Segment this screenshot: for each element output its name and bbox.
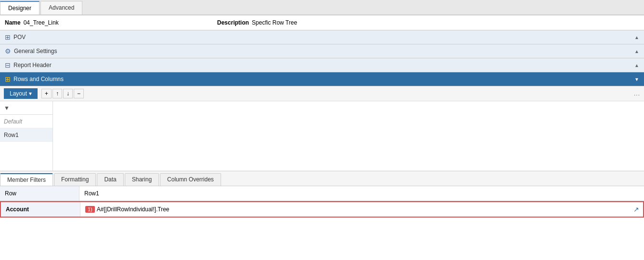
report-header-title: Report Header — [13, 62, 634, 68]
rows-columns-icon: ⊞ — [5, 75, 11, 83]
rows-columns-arrow: ▼ — [634, 77, 639, 82]
name-description-row: Name 04_Tree_Link Description Specfic Ro… — [0, 15, 644, 30]
grid-default-row: Default — [0, 115, 53, 128]
row-filter-label: Row — [0, 186, 79, 201]
rows-columns-section-header[interactable]: ⊞ Rows and Columns ▼ — [0, 72, 644, 86]
account-filter-expression: A#[|DrillRowIndividual!].Tree — [97, 206, 170, 213]
tab-formatting[interactable]: Formatting — [54, 173, 96, 186]
row-filter-value: Row1 — [79, 187, 644, 200]
bottom-tab-bar: Member Filters Formatting Data Sharing C… — [0, 171, 644, 186]
tab-designer[interactable]: Designer — [0, 1, 39, 14]
tab-sharing[interactable]: Sharing — [125, 173, 159, 186]
name-value: 04_Tree_Link — [24, 19, 217, 26]
report-header-icon: ⊟ — [5, 61, 11, 69]
pov-arrow: ▲ — [634, 35, 639, 40]
general-settings-arrow: ▲ — [634, 49, 639, 54]
description-value: Specfic Row Tree — [252, 19, 639, 26]
layout-dropdown-button[interactable]: Layout ▾ — [4, 88, 38, 99]
rows-columns-content: Layout ▾ + ↑ ↓ − ... ▼ Default Row1 — [0, 86, 644, 171]
tab-member-filters[interactable]: Member Filters — [0, 173, 53, 186]
remove-button[interactable]: − — [74, 89, 84, 98]
toolbar-more-options[interactable]: ... — [634, 90, 640, 97]
rows-columns-title: Rows and Columns — [13, 76, 634, 82]
tab-advanced[interactable]: Advanced — [40, 1, 82, 14]
pov-section-header[interactable]: ⊞ POV ▲ — [0, 30, 644, 44]
grid-spacer — [0, 142, 53, 171]
tab-column-overrides[interactable]: Column Overrides — [160, 173, 221, 186]
layout-dropdown-arrow-icon: ▾ — [29, 90, 32, 97]
move-up-button[interactable]: ↑ — [53, 89, 62, 98]
grid-row1[interactable]: Row1 — [0, 128, 53, 142]
general-settings-section-header[interactable]: ⚙ General Settings ▲ — [0, 44, 644, 58]
report-header-section-header[interactable]: ⊟ Report Header ▲ — [0, 58, 644, 72]
top-tab-bar: Designer Advanced — [0, 0, 644, 15]
general-settings-title: General Settings — [14, 48, 634, 55]
pov-title: POV — [13, 34, 634, 41]
account-link-icon[interactable]: ↗ — [630, 203, 643, 216]
layout-toolbar: Layout ▾ + ↑ ↓ − ... — [0, 86, 644, 101]
grid-header-row: ▼ — [0, 101, 53, 115]
pov-icon: ⊞ — [5, 33, 11, 41]
layout-button-label: Layout — [10, 90, 27, 97]
grid-left-panel: ▼ Default Row1 — [0, 101, 53, 171]
account-number-badge: 1) — [85, 206, 95, 213]
settings-icon: ⚙ — [5, 47, 11, 55]
account-filter-label: Account — [1, 202, 80, 217]
grid-area: ▼ Default Row1 — [0, 101, 644, 171]
member-filters-content: Row Row1 Account 1)A#[|DrillRowIndividua… — [0, 186, 644, 218]
tab-data[interactable]: Data — [97, 173, 123, 186]
account-filter-row: Account 1)A#[|DrillRowIndividual!].Tree … — [0, 201, 644, 218]
main-content: Name 04_Tree_Link Description Specfic Ro… — [0, 15, 644, 260]
report-header-arrow: ▲ — [634, 63, 639, 68]
grid-right-panel — [53, 101, 644, 171]
account-filter-value: 1)A#[|DrillRowIndividual!].Tree — [80, 203, 630, 216]
row-filter-row: Row Row1 — [0, 186, 644, 201]
name-label: Name — [5, 19, 21, 26]
add-row-button[interactable]: + — [41, 89, 52, 98]
description-label: Description — [217, 19, 249, 26]
move-down-button[interactable]: ↓ — [63, 89, 73, 98]
filter-icon[interactable]: ▼ — [0, 103, 13, 113]
